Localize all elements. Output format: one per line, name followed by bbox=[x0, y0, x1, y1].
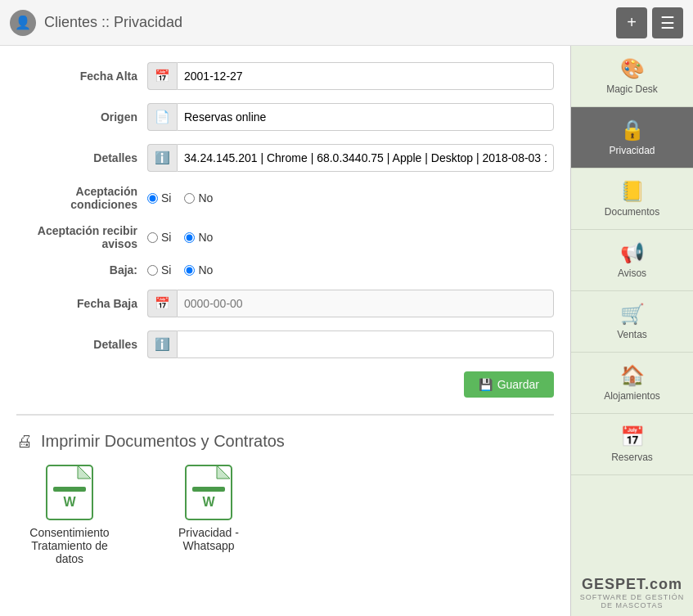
save-button[interactable]: 💾 Guardar bbox=[464, 371, 554, 398]
aceptacion-avisos-si-text: Si bbox=[161, 231, 171, 244]
svg-rect-6 bbox=[192, 487, 225, 492]
sidebar-item-documentos[interactable]: 📒 Documentos bbox=[571, 169, 693, 230]
menu-button[interactable]: ☰ bbox=[652, 7, 683, 38]
gespet-sub: Software de gestión de mascotas bbox=[579, 593, 685, 609]
main-layout: Fecha Alta 📅 Origen 📄 Detalles ℹ️ Acept bbox=[0, 46, 693, 616]
header-left: 👤 Clientes :: Privacidad bbox=[10, 10, 182, 36]
origen-row: Origen 📄 bbox=[16, 103, 554, 131]
aceptacion-avisos-group: Si No bbox=[147, 231, 213, 244]
aceptacion-condiciones-si-label[interactable]: Si bbox=[147, 191, 171, 205]
sidebar-reservas-label: Reservas bbox=[611, 452, 653, 463]
sidebar-item-avisos[interactable]: 📢 Avisos bbox=[571, 230, 693, 291]
aceptacion-condiciones-no-radio[interactable] bbox=[184, 193, 195, 204]
sidebar-avisos-label: Avisos bbox=[618, 268, 646, 279]
aceptacion-condiciones-group: Si No bbox=[147, 191, 213, 205]
svg-text:W: W bbox=[63, 495, 76, 509]
aceptacion-condiciones-si-radio[interactable] bbox=[147, 193, 158, 204]
fecha-alta-control: 📅 bbox=[147, 62, 554, 90]
home-icon: 🏠 bbox=[620, 364, 645, 387]
aceptacion-condiciones-no-text: No bbox=[198, 191, 213, 205]
documents-icon: 📒 bbox=[620, 180, 645, 203]
save-label: Guardar bbox=[497, 378, 539, 391]
detalles-baja-control: ℹ️ bbox=[147, 330, 554, 358]
fecha-baja-row: Fecha Baja 📅 bbox=[16, 290, 554, 317]
divider bbox=[16, 414, 554, 416]
info-baja-icon: ℹ️ bbox=[147, 330, 177, 358]
detalles-label: Detalles bbox=[16, 151, 147, 164]
document-icon: 📄 bbox=[147, 103, 177, 131]
baja-si-text: Si bbox=[161, 263, 171, 277]
aceptacion-avisos-label: Aceptación recibir avisos bbox=[16, 224, 147, 250]
fecha-baja-input[interactable] bbox=[177, 290, 554, 317]
detalles-baja-input[interactable] bbox=[177, 330, 554, 358]
aceptacion-avisos-no-label[interactable]: No bbox=[184, 231, 213, 244]
detalles-input[interactable] bbox=[177, 144, 554, 172]
aceptacion-avisos-no-text: No bbox=[198, 231, 213, 244]
baja-no-text: No bbox=[198, 263, 213, 277]
aceptacion-avisos-si-label[interactable]: Si bbox=[147, 231, 171, 244]
fecha-alta-row: Fecha Alta 📅 bbox=[16, 62, 554, 90]
aceptacion-avisos-row: Aceptación recibir avisos Si No bbox=[16, 224, 554, 250]
save-row: 💾 Guardar bbox=[16, 371, 554, 398]
sidebar-item-alojamientos[interactable]: 🏠 Alojamientos bbox=[571, 353, 693, 414]
svg-rect-2 bbox=[53, 487, 86, 492]
doc-item-1[interactable]: W Consentimiento Tratamiento de datos bbox=[16, 464, 123, 565]
user-avatar: 👤 bbox=[10, 10, 36, 36]
sidebar-item-privacidad[interactable]: 🔒 Privacidad bbox=[571, 107, 693, 169]
sidebar-privacidad-label: Privacidad bbox=[609, 145, 655, 156]
print-section: 🖨 Imprimir Documentos y Contratos W Cons… bbox=[16, 432, 554, 565]
sidebar-item-ventas[interactable]: 🛒 Ventas bbox=[571, 291, 693, 353]
baja-si-label[interactable]: Si bbox=[147, 263, 171, 277]
sidebar-item-reservas[interactable]: 📅 Reservas bbox=[571, 414, 693, 475]
calendar-sidebar-icon: 📅 bbox=[620, 425, 645, 448]
origen-label: Origen bbox=[16, 110, 147, 124]
aceptacion-condiciones-no-label[interactable]: No bbox=[184, 191, 213, 205]
doc-item-2[interactable]: W Privacidad - Whatsapp bbox=[155, 464, 262, 565]
sidebar-documentos-label: Documentos bbox=[605, 206, 659, 218]
save-icon: 💾 bbox=[479, 378, 493, 391]
palette-icon: 🎨 bbox=[620, 57, 645, 80]
info-icon: ℹ️ bbox=[147, 144, 177, 172]
sidebar: 🎨 Magic Desk 🔒 Privacidad 📒 Documentos 📢… bbox=[570, 46, 693, 616]
avisos-icon: 📢 bbox=[620, 241, 645, 264]
calendar-baja-icon: 📅 bbox=[147, 290, 177, 317]
person-icon: 👤 bbox=[15, 15, 31, 30]
sidebar-ventas-label: Ventas bbox=[617, 329, 647, 340]
page-title: Clientes :: Privacidad bbox=[44, 14, 182, 31]
baja-no-radio[interactable] bbox=[184, 265, 195, 276]
baja-label: Baja: bbox=[16, 263, 147, 277]
detalles-baja-label: Detalles bbox=[16, 338, 147, 351]
sidebar-magic-desk-label: Magic Desk bbox=[606, 83, 658, 95]
doc-item-2-label: Privacidad - Whatsapp bbox=[155, 526, 262, 552]
svg-text:W: W bbox=[202, 495, 215, 509]
aceptacion-avisos-no-radio[interactable] bbox=[184, 232, 195, 243]
baja-si-radio[interactable] bbox=[147, 265, 158, 276]
doc-word-icon-1: W bbox=[45, 464, 94, 521]
fecha-baja-control: 📅 bbox=[147, 290, 554, 317]
detalles-row: Detalles ℹ️ bbox=[16, 144, 554, 172]
fecha-alta-input[interactable] bbox=[177, 62, 554, 90]
calendar-icon: 📅 bbox=[147, 62, 177, 90]
fecha-baja-label: Fecha Baja bbox=[16, 297, 147, 310]
baja-no-label[interactable]: No bbox=[184, 263, 213, 277]
header-actions: + ☰ bbox=[616, 7, 683, 38]
cart-icon: 🛒 bbox=[620, 303, 645, 326]
aceptacion-avisos-si-radio[interactable] bbox=[147, 232, 158, 243]
aceptacion-condiciones-si-text: Si bbox=[161, 191, 171, 205]
gespet-footer: GESPET.com Software de gestión de mascot… bbox=[571, 569, 693, 616]
fecha-alta-label: Fecha Alta bbox=[16, 70, 147, 83]
baja-row: Baja: Si No bbox=[16, 263, 554, 277]
doc-word-icon-2: W bbox=[184, 464, 233, 521]
detalles-control: ℹ️ bbox=[147, 144, 554, 172]
sidebar-item-magic-desk[interactable]: 🎨 Magic Desk bbox=[571, 46, 693, 107]
add-button[interactable]: + bbox=[616, 7, 647, 38]
app-header: 👤 Clientes :: Privacidad + ☰ bbox=[0, 0, 693, 46]
content-area: Fecha Alta 📅 Origen 📄 Detalles ℹ️ Acept bbox=[0, 46, 570, 616]
origen-input[interactable] bbox=[177, 103, 554, 131]
gespet-brand: GESPET.com bbox=[579, 576, 685, 593]
print-title: 🖨 Imprimir Documentos y Contratos bbox=[16, 432, 554, 451]
print-icon: 🖨 bbox=[16, 432, 33, 451]
doc-icons-row: W Consentimiento Tratamiento de datos W … bbox=[16, 464, 554, 565]
doc-item-1-label: Consentimiento Tratamiento de datos bbox=[16, 526, 123, 565]
origen-control: 📄 bbox=[147, 103, 554, 131]
